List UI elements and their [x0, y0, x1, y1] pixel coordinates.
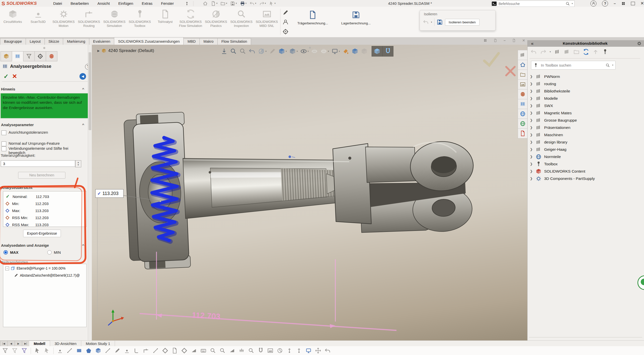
addin-solidworks-motion[interactable]: SOLIDWORKS Motion	[51, 8, 76, 28]
polygon-sketch-icon[interactable]	[86, 347, 92, 354]
dropdown-caret-icon[interactable]: ▾	[265, 50, 267, 53]
ghost-part-button[interactable]	[361, 48, 368, 55]
wedge-tool-icon[interactable]	[229, 347, 235, 354]
tab-solidworks-zusatzanwendungen[interactable]: SOLIDWORKS Zusatzanwendungen	[114, 37, 184, 45]
library-item-modelle[interactable]: ❯Modelle	[530, 95, 558, 102]
bottom-tab-motion-study-1[interactable]: Motion Study 1	[81, 341, 115, 346]
comparison-icon[interactable]	[282, 19, 289, 25]
pink-dimension-value[interactable]: 112.703	[192, 311, 221, 321]
pie-tool-icon[interactable]	[277, 347, 283, 354]
open-folder-icon[interactable]	[573, 49, 580, 55]
addin-solidworks-routing[interactable]: SOLIDWORKS Routing	[76, 8, 102, 28]
document-tool-icon[interactable]	[172, 347, 178, 354]
view-settings-button[interactable]: ▾	[331, 48, 340, 55]
zoom-to-fit-button[interactable]	[221, 48, 228, 55]
checkbox-2[interactable]: Normal auf Ursprungs-Feature	[2, 141, 84, 146]
tree-child-label[interactable]: AbstandZwischen8@Ebene9(112.7)@	[20, 273, 80, 277]
slash-alt-icon[interactable]	[152, 347, 159, 354]
command-search-input[interactable]	[497, 2, 566, 6]
checkbox-box[interactable]	[2, 146, 6, 151]
chevron-right-icon[interactable]: ❯	[530, 177, 533, 180]
zoom-b-icon[interactable]	[219, 347, 226, 354]
previous-view-button[interactable]	[249, 48, 256, 55]
tab-scroll-last-icon[interactable]: ▶|	[22, 341, 29, 346]
select-button[interactable]: ▾	[268, 1, 276, 6]
dropdown-caret-icon[interactable]: ▾	[274, 2, 276, 5]
keyboard-tool-icon[interactable]	[200, 347, 207, 354]
diamond-alt-icon[interactable]	[181, 347, 187, 354]
chevron-right-icon[interactable]: ❯	[530, 118, 533, 122]
pin-right-icon[interactable]	[296, 347, 302, 354]
image-tool-icon[interactable]	[267, 347, 273, 354]
toolbox-search[interactable]: ▾	[531, 61, 616, 70]
library-item-pwnorm[interactable]: ❯PWNorm	[530, 73, 560, 80]
file-explorer-tab[interactable]	[518, 70, 528, 80]
solid-primitive-icon[interactable]	[95, 347, 101, 354]
collapse-pane-icon[interactable]: «	[531, 41, 534, 46]
library-item-routing[interactable]: ❯routing	[530, 80, 556, 87]
cancel-x-icon[interactable]: ✕	[12, 73, 17, 80]
library-item-normteile[interactable]: ❯Normteile	[530, 153, 561, 160]
redo-button[interactable]: ▾	[259, 1, 267, 6]
hinweis-header[interactable]: Hinweis	[1, 87, 15, 91]
corner-tool-icon[interactable]	[133, 347, 140, 354]
search-caret-icon[interactable]: ▾	[572, 3, 573, 5]
tolerance-spinner[interactable]: ▲▼	[75, 160, 81, 167]
dropdown-caret-icon[interactable]: ▾	[236, 2, 237, 5]
menu-einfügen[interactable]: Einfügen	[114, 0, 137, 7]
traegerberechnung-button[interactable]: Trägerberechnung...	[291, 10, 334, 25]
panel-scrollbar[interactable]	[88, 45, 92, 340]
ok-check-icon[interactable]: ✓	[4, 73, 9, 80]
isolate-active-button[interactable]	[372, 46, 383, 56]
tabbar-float-icon[interactable]	[494, 39, 497, 42]
tree-expand-icon[interactable]: –	[5, 267, 9, 270]
hide-show-items-button[interactable]: ▾	[300, 48, 309, 55]
view-palette-tab[interactable]	[518, 79, 528, 89]
forward-icon[interactable]	[540, 49, 546, 55]
isolate-undo-icon[interactable]	[423, 19, 429, 25]
dropdown-caret-icon[interactable]: ▾	[308, 50, 309, 53]
addin-circuitworks[interactable]: CircuitWorks	[0, 8, 25, 28]
back-arrow-icon[interactable]: ◀	[79, 73, 86, 80]
tab-appearances[interactable]	[46, 51, 57, 61]
addin-solidworks-mbd-snl[interactable]: SOLIDWORKS MBD SNL	[254, 8, 279, 28]
up-level-icon[interactable]	[592, 49, 599, 55]
chevron-right-icon[interactable]: ❯	[530, 111, 533, 115]
instant3d-button[interactable]	[342, 48, 349, 55]
library-item-3d-components---partsupply[interactable]: ❯3D Components - PartSupply	[530, 175, 595, 182]
recalculate-button[interactable]: Neu berechnen	[18, 172, 65, 179]
dropdown-caret-icon[interactable]: ▾	[297, 50, 298, 53]
addin-solidworks-inspection[interactable]: SOLIDWORKS Inspection	[229, 8, 254, 28]
lagerberechnung-button[interactable]: Lagerberechnung...	[335, 10, 377, 25]
dropdown-caret-icon[interactable]: ▾	[550, 51, 551, 53]
pencil-tool-icon[interactable]	[114, 347, 120, 354]
bottom-tab-modell[interactable]: Modell	[29, 340, 50, 346]
bottom-tab-3d-ansichten[interactable]: 3D-Ansichten	[50, 341, 81, 346]
tabbar-restore2-icon[interactable]	[512, 39, 516, 42]
tab-markierung[interactable]: Markierung	[63, 38, 89, 45]
pin-left-icon[interactable]	[286, 347, 293, 354]
chevron-right-icon[interactable]: ❯	[530, 133, 533, 137]
chevron-right-icon[interactable]: ❯	[530, 104, 533, 108]
section-view-button[interactable]: ▾	[258, 48, 267, 55]
checkbox-box[interactable]	[2, 141, 6, 146]
tabbar-restore-icon[interactable]	[484, 39, 487, 42]
home-tab[interactable]	[518, 60, 528, 70]
search-icon[interactable]	[566, 2, 570, 6]
analyseparameter-collapse-icon[interactable]: ^	[82, 123, 84, 127]
design-checker-icon[interactable]	[282, 9, 289, 16]
toolbox-search-input[interactable]	[540, 63, 603, 68]
library-item-maschinen[interactable]: ❯Maschinen	[530, 131, 563, 138]
point-sketch-icon[interactable]	[57, 347, 63, 354]
home-button[interactable]	[202, 1, 209, 6]
refresh-icon[interactable]	[583, 49, 589, 55]
library-item-magnetic-mates[interactable]: ❯Magnetic Mates	[530, 109, 572, 117]
tab-flow-simulation[interactable]: Flow Simulation	[217, 38, 251, 45]
add-to-library-icon[interactable]	[554, 49, 560, 55]
point-alt-icon[interactable]	[124, 347, 130, 354]
chevron-right-icon[interactable]: ❯	[530, 155, 533, 159]
menu-datei[interactable]: Datei	[49, 0, 66, 7]
costing-icon[interactable]	[282, 28, 289, 35]
isolate-save-icon[interactable]	[436, 19, 443, 25]
model-3d[interactable]	[92, 45, 528, 340]
